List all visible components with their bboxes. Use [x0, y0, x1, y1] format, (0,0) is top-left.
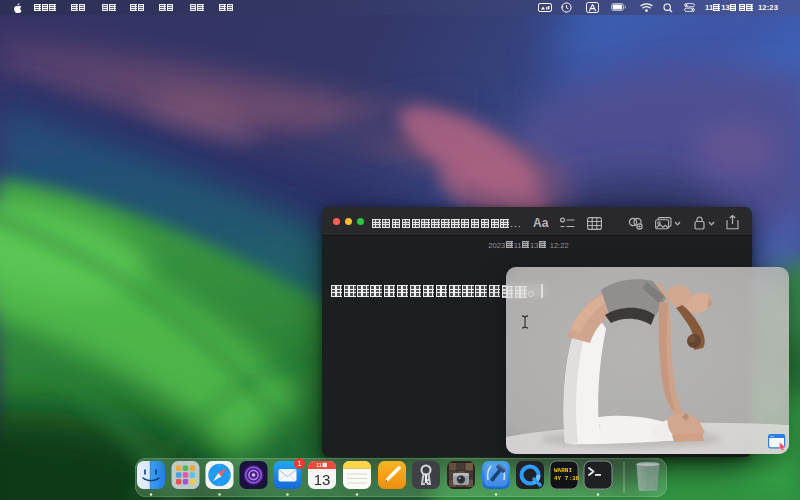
svg-text:1: 1	[297, 459, 302, 468]
svg-text:4Y 7:36: 4Y 7:36	[554, 475, 580, 482]
svg-text:13: 13	[314, 471, 331, 488]
svg-text:WARNI: WARNI	[554, 467, 572, 474]
svg-text:11: 11	[316, 462, 322, 468]
